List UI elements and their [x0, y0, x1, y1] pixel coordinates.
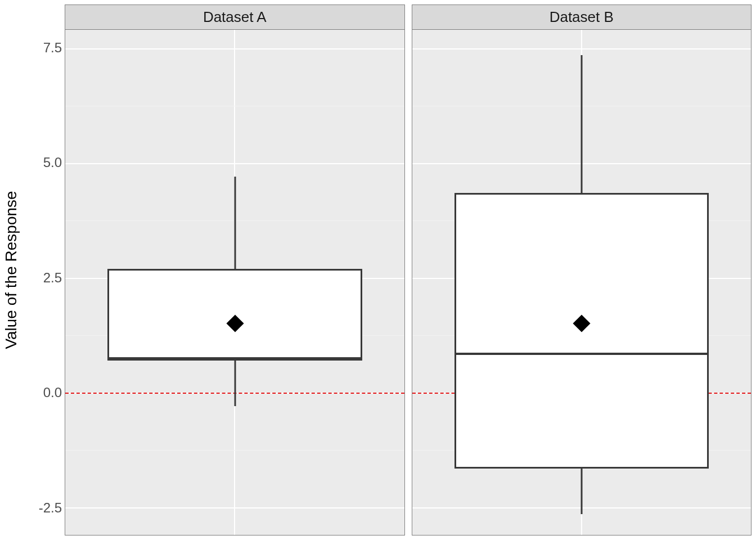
panel-dataset-a: Dataset A [65, 4, 405, 536]
y-tick-label: 2.5 [28, 270, 62, 286]
y-tick-label: 0.0 [28, 385, 62, 400]
facet-label-b: Dataset B [550, 8, 614, 25]
grid-hline [65, 507, 404, 508]
y-axis-ticks: -2.50.02.55.07.5 [22, 0, 62, 540]
y-axis-title: Value of the Response [0, 0, 22, 540]
boxplot-faceted-chart: Value of the Response -2.50.02.55.07.5 D… [0, 0, 756, 540]
y-axis-title-text: Value of the Response [2, 191, 20, 349]
median-line [454, 353, 709, 355]
median-line [107, 357, 362, 359]
facet-strip-b: Dataset B [412, 4, 752, 29]
grid-hline [412, 48, 752, 50]
facet-label-a: Dataset A [203, 8, 267, 25]
grid-hline [65, 163, 404, 164]
facet-strip-a: Dataset A [65, 4, 405, 29]
facet-panels: Dataset A Dataset B [65, 4, 752, 536]
grid-hline [65, 48, 404, 50]
plot-area-b [412, 29, 752, 536]
plot-area-a [65, 29, 405, 536]
grid-hline-minor [65, 106, 404, 106]
y-tick-label: 5.0 [28, 155, 62, 170]
grid-hline-minor [65, 450, 404, 451]
y-tick-label: 7.5 [28, 40, 62, 56]
y-tick-label: -2.5 [28, 500, 62, 516]
panel-dataset-b: Dataset B [412, 4, 752, 536]
